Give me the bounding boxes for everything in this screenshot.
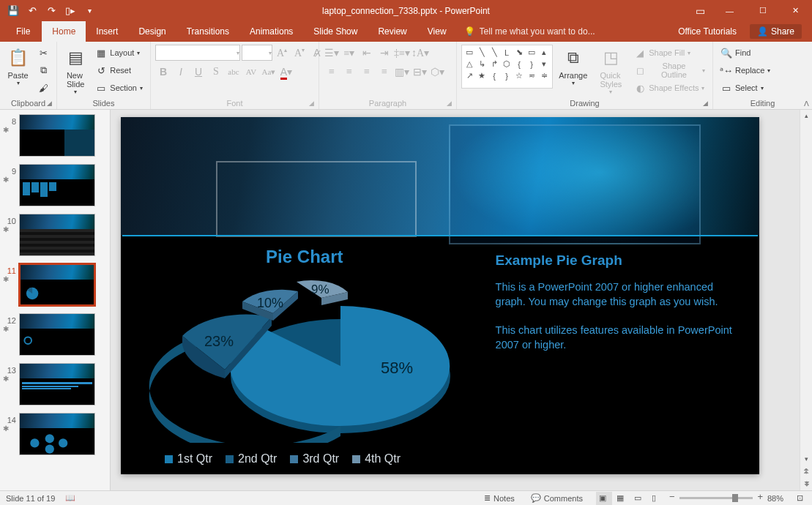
zoom-level[interactable]: 88%: [767, 494, 783, 503]
slideshow-view-icon[interactable]: ▯: [649, 492, 665, 505]
increase-font-icon[interactable]: A▴: [274, 45, 290, 61]
tab-home[interactable]: Home: [42, 21, 86, 42]
bold-button[interactable]: B: [155, 64, 171, 80]
reset-button[interactable]: ↺Reset: [92, 62, 146, 78]
start-from-beginning-icon[interactable]: ▯▸: [62, 2, 79, 20]
undo-icon[interactable]: ↶: [23, 2, 41, 20]
increase-indent-button[interactable]: ⇥: [376, 45, 392, 61]
slide[interactable]: Pie Chart 58%: [121, 117, 759, 474]
zoom-slider[interactable]: − +: [679, 497, 753, 499]
copy-button[interactable]: ⧉: [34, 62, 52, 78]
char-spacing-button[interactable]: AV: [243, 64, 259, 80]
zoom-out-icon[interactable]: −: [669, 491, 675, 502]
thumbnail-12[interactable]: 12✱: [0, 312, 110, 362]
shadow-button[interactable]: S: [208, 64, 224, 80]
tab-transitions[interactable]: Transitions: [176, 21, 239, 42]
thumbnail-11[interactable]: 11✱: [0, 262, 110, 312]
previous-slide-icon[interactable]: ⯭: [800, 465, 812, 478]
find-button[interactable]: 🔍Find: [718, 45, 773, 61]
thumbnail-13[interactable]: 13✱: [0, 362, 110, 411]
zoom-thumb[interactable]: [732, 494, 738, 502]
tab-slideshow[interactable]: Slide Show: [303, 21, 368, 42]
align-text-button[interactable]: ⊟▾: [411, 64, 428, 80]
align-left-button[interactable]: ≡: [324, 64, 340, 80]
thumbnail-8[interactable]: 8✱: [0, 113, 110, 162]
normal-view-icon[interactable]: ▣: [596, 492, 612, 505]
paste-button[interactable]: 📋 Paste▾: [4, 45, 31, 86]
thumbnail-10[interactable]: 10✱: [0, 212, 110, 262]
shape-effects-button[interactable]: ◐Shape Effects ▾: [631, 80, 708, 96]
select-button[interactable]: ▭Select ▾: [718, 80, 773, 96]
paragraph-dialog-launcher[interactable]: ◢: [447, 100, 455, 108]
quick-styles-button[interactable]: ◳ Quick Styles▾: [594, 45, 629, 95]
shapes-gallery[interactable]: ▭╲╲L⬊▭▴ △↳↱⬡{}▾ ↗★{}☆≂≑: [461, 45, 553, 89]
thumbnail-14[interactable]: 14✱: [0, 411, 110, 461]
spell-check-icon[interactable]: 📖: [65, 493, 75, 503]
format-painter-button[interactable]: 🖌: [34, 80, 52, 96]
shape-rectangle-icon[interactable]: ▭: [463, 47, 475, 58]
tab-insert[interactable]: Insert: [86, 21, 128, 42]
text-direction-button[interactable]: ↕A▾: [411, 45, 428, 61]
reading-view-icon[interactable]: ▭: [631, 492, 647, 505]
font-dialog-launcher[interactable]: ◢: [309, 100, 317, 108]
tell-me[interactable]: 💡: [464, 21, 679, 42]
slide-thumbnails-panel[interactable]: 8✱ 9✱ 10✱ 11✱ 12✱ 13✱ 14✱: [0, 110, 111, 490]
vertical-scrollbar[interactable]: ▴ ▾ ⯭ ⯯: [800, 110, 812, 490]
tab-animations[interactable]: Animations: [239, 21, 303, 42]
slide-canvas-area[interactable]: Pie Chart 58%: [111, 110, 800, 490]
office-tutorials-link[interactable]: Office Tutorials: [678, 26, 737, 37]
redo-icon[interactable]: ↷: [42, 2, 60, 20]
smartart-button[interactable]: ⬡▾: [429, 64, 445, 80]
decrease-font-icon[interactable]: A▾: [291, 45, 308, 61]
line-spacing-button[interactable]: ‡≡▾: [394, 45, 410, 61]
numbering-button[interactable]: ≡▾: [341, 45, 357, 61]
comments-button[interactable]: 💬Comments: [528, 493, 586, 503]
decrease-indent-button[interactable]: ⇤: [359, 45, 375, 61]
drawing-dialog-launcher[interactable]: ◢: [703, 100, 711, 108]
columns-button[interactable]: ▥▾: [394, 64, 410, 80]
font-color-button[interactable]: A▾: [278, 64, 294, 80]
bullets-button[interactable]: ☰▾: [324, 45, 340, 61]
text-placeholder[interactable]: Example Pie Graph This is a PowerPoint 2…: [488, 238, 759, 474]
tab-design[interactable]: Design: [128, 21, 176, 42]
scroll-up-icon[interactable]: ▴: [800, 110, 812, 122]
replace-button[interactable]: ᵃ↔Replace ▾: [718, 62, 773, 78]
qat-customize-icon[interactable]: ▾: [81, 2, 98, 20]
tell-me-input[interactable]: [480, 26, 648, 37]
justify-button[interactable]: ≡: [376, 64, 392, 80]
layout-button[interactable]: ▦Layout ▾: [92, 45, 146, 61]
italic-button[interactable]: I: [173, 64, 189, 80]
ribbon-display-options-icon[interactable]: ▭: [687, 0, 713, 21]
chart-placeholder[interactable]: Pie Chart 58%: [121, 238, 488, 474]
align-right-button[interactable]: ≡: [359, 64, 375, 80]
minimize-button[interactable]: —: [713, 0, 746, 21]
arrange-button[interactable]: ⧉ Arrange▾: [556, 45, 591, 86]
cut-button[interactable]: ✂: [34, 45, 52, 61]
tab-file[interactable]: File: [4, 21, 42, 42]
underline-button[interactable]: U: [190, 64, 206, 80]
slide-sorter-view-icon[interactable]: ▦: [614, 492, 630, 505]
section-button[interactable]: ▭Section ▾: [92, 80, 146, 96]
tab-review[interactable]: Review: [368, 21, 417, 42]
clipboard-dialog-launcher[interactable]: ◢: [47, 100, 55, 108]
tab-view[interactable]: View: [417, 21, 457, 42]
maximize-button[interactable]: ☐: [746, 0, 779, 21]
fit-to-window-icon[interactable]: ⊡: [794, 493, 806, 503]
thumbnail-9[interactable]: 9✱: [0, 162, 110, 212]
font-size-combo[interactable]: ▾: [242, 45, 272, 61]
save-icon[interactable]: 💾: [4, 2, 22, 20]
change-case-button[interactable]: Aa▾: [261, 64, 277, 80]
shape-outline-button[interactable]: ◻Shape Outline ▾: [631, 62, 708, 78]
font-name-combo[interactable]: ▾: [155, 45, 240, 61]
close-button[interactable]: ✕: [779, 0, 812, 21]
align-center-button[interactable]: ≡: [341, 64, 357, 80]
shape-fill-button[interactable]: ◢Shape Fill ▾: [631, 45, 708, 61]
slide-counter[interactable]: Slide 11 of 19: [6, 494, 55, 503]
new-slide-button[interactable]: ▤ New Slide▾: [62, 45, 89, 95]
share-button[interactable]: 👤Share: [750, 24, 802, 39]
scroll-down-icon[interactable]: ▾: [800, 453, 812, 465]
notes-button[interactable]: ≣Notes: [481, 493, 518, 503]
next-slide-icon[interactable]: ⯯: [800, 478, 812, 490]
zoom-in-icon[interactable]: +: [757, 491, 763, 502]
collapse-ribbon-icon[interactable]: ᐱ: [804, 100, 809, 108]
